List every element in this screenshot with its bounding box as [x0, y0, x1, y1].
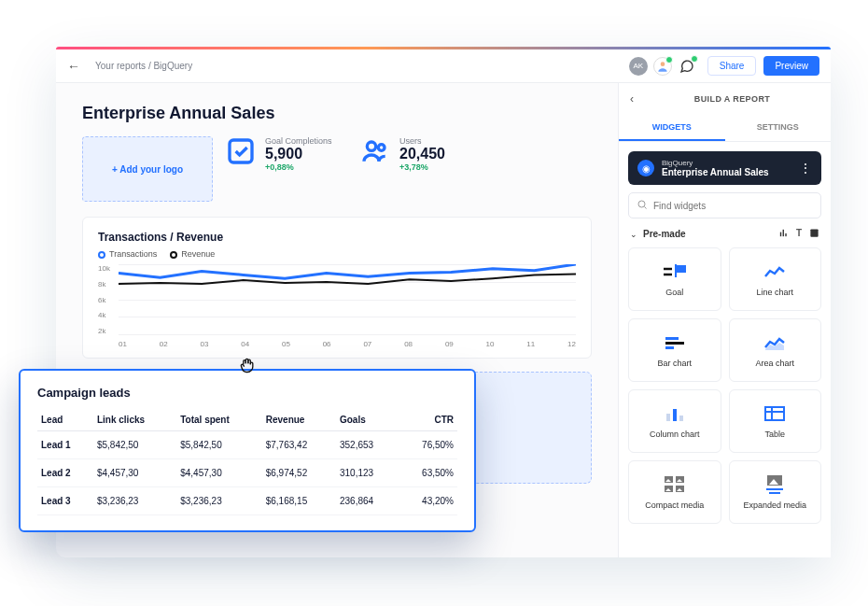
svg-point-4 — [638, 201, 645, 207]
kpi-label: Users — [399, 136, 445, 146]
svg-rect-34 — [769, 492, 780, 494]
kpi-delta: +3,78% — [399, 162, 445, 172]
widget-label: Expanded media — [743, 500, 806, 510]
svg-rect-18 — [673, 409, 677, 421]
goal-icon — [663, 261, 687, 282]
svg-rect-11 — [676, 265, 686, 273]
sidebar-title: BUILD A REPORT — [645, 94, 819, 104]
svg-rect-1 — [230, 140, 252, 162]
widget-tile-area-chart[interactable]: Area chart — [729, 318, 822, 382]
tab-widgets[interactable]: WIDGETS — [619, 115, 725, 141]
svg-rect-15 — [665, 346, 674, 349]
widget-label: Compact media — [645, 500, 704, 510]
more-icon[interactable]: ⋮ — [799, 161, 812, 176]
tab-settings[interactable]: SETTINGS — [725, 115, 832, 141]
widget-tile-compact-media[interactable]: Compact media — [628, 460, 721, 524]
page-title: Enterprise Annual Sales — [82, 104, 592, 123]
svg-point-2 — [367, 142, 375, 150]
grab-cursor-icon — [238, 356, 257, 377]
comments-icon[interactable] — [678, 57, 696, 76]
area-chart-icon — [764, 332, 785, 353]
preview-button[interactable]: Preview — [763, 56, 819, 76]
kpi-users: Users 20,450 +3,78% — [360, 136, 482, 202]
svg-rect-5 — [780, 233, 781, 237]
text-type-icon[interactable]: T — [796, 228, 802, 240]
avatar[interactable]: AK — [629, 57, 648, 76]
bar-type-icon[interactable] — [778, 228, 789, 240]
widget-tile-bar-chart[interactable]: Bar chart — [628, 318, 721, 382]
table-icon — [764, 403, 785, 424]
column-chart-icon — [665, 403, 684, 424]
table-header: CTR — [399, 409, 457, 431]
widget-label: Table — [764, 430, 785, 439]
bigquery-icon: ◉ — [637, 160, 654, 176]
users-icon — [360, 136, 390, 166]
table-title: Campaign leads — [37, 386, 457, 400]
table-row[interactable]: Lead 1$5,842,50$5,842,50$7,763,42352,653… — [37, 431, 457, 459]
expanded-media-icon — [764, 474, 785, 495]
kpi-label: Goal Completions — [265, 136, 332, 146]
svg-rect-19 — [679, 416, 683, 421]
sidebar-back-button[interactable]: ‹ — [630, 92, 645, 106]
widget-tile-expanded-media[interactable]: Expanded media — [729, 460, 822, 524]
kpi-delta: +0,88% — [265, 162, 332, 172]
table-header: Goals — [336, 409, 399, 431]
datasource-provider: BigQuery — [662, 159, 791, 167]
svg-rect-12 — [675, 264, 677, 277]
svg-rect-14 — [665, 342, 684, 345]
table-header: Link clicks — [93, 409, 176, 431]
table-header: Revenue — [262, 409, 336, 431]
breadcrumb: Your reports / BigQuery — [95, 61, 629, 71]
widget-tile-column-chart[interactable]: Column chart — [628, 389, 721, 453]
add-logo-label: + Add your logo — [112, 164, 183, 175]
datasource-selector[interactable]: ◉ BigQuery Enterprise Annual Sales ⋮ — [628, 151, 821, 185]
chevron-down-icon[interactable]: ⌄ — [630, 230, 637, 239]
share-button[interactable]: Share — [707, 56, 757, 76]
avatar[interactable] — [653, 57, 672, 76]
svg-rect-8 — [810, 229, 818, 236]
svg-rect-17 — [666, 414, 670, 421]
datasource-name: Enterprise Annual Sales — [662, 167, 791, 177]
check-icon — [226, 136, 256, 166]
kpi-value: 5,900 — [265, 146, 332, 162]
image-type-icon[interactable] — [809, 228, 819, 240]
widget-label: Area chart — [755, 359, 794, 368]
table-header: Total spent — [176, 409, 262, 431]
search-icon — [637, 199, 648, 212]
svg-rect-7 — [785, 233, 786, 236]
widget-tile-goal[interactable]: Goal — [628, 247, 721, 311]
svg-rect-6 — [782, 230, 783, 236]
widget-label: Goal — [665, 288, 683, 297]
legend-item: Revenue — [170, 249, 215, 259]
compact-media-icon — [665, 474, 685, 495]
table-row[interactable]: Lead 2$4,457,30$4,457,30$6,974,52310,123… — [37, 459, 457, 487]
table-row[interactable]: Lead 3$3,236,23$3,236,23$6,168,15236,864… — [37, 487, 457, 515]
svg-point-0 — [660, 62, 665, 66]
svg-point-3 — [378, 145, 385, 151]
widget-label: Column chart — [650, 430, 700, 439]
search-input-wrapper[interactable] — [628, 192, 821, 218]
premade-label: Pre-made — [643, 229, 778, 239]
campaign-leads-widget[interactable]: Campaign leads LeadLink clicksTotal spen… — [19, 369, 476, 532]
chart-title: Transactions / Revenue — [98, 231, 576, 244]
widget-tile-line-chart[interactable]: Line chart — [729, 247, 822, 311]
widget-tile-table[interactable]: Table — [729, 389, 822, 453]
table-header: Lead — [37, 409, 93, 431]
svg-rect-33 — [766, 488, 783, 490]
add-logo-button[interactable]: + Add your logo — [82, 136, 213, 202]
kpi-goal-completions: Goal Completions 5,900 +0,88% — [226, 136, 347, 202]
back-button[interactable]: ← — [67, 59, 90, 74]
bar-chart-icon — [665, 332, 684, 353]
widget-label: Line chart — [756, 288, 793, 297]
line-chart-icon — [764, 261, 785, 282]
chart-card[interactable]: Transactions / Revenue Transactions Reve… — [82, 217, 592, 359]
widget-label: Bar chart — [657, 359, 692, 368]
svg-rect-13 — [665, 337, 679, 340]
svg-rect-20 — [765, 407, 784, 420]
kpi-value: 20,450 — [399, 146, 445, 162]
legend-item: Transactions — [98, 249, 157, 259]
search-input[interactable] — [653, 201, 813, 211]
